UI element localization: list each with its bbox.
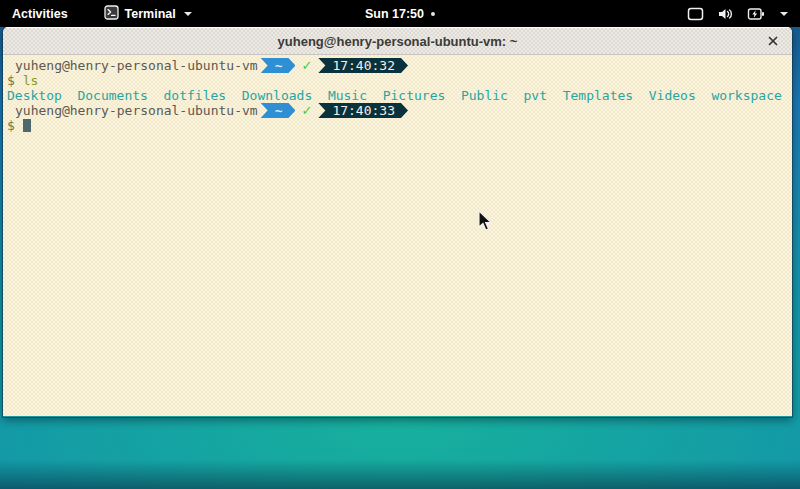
prompt-symbol: $ [7, 73, 15, 88]
prompt-cwd-segment: ~ [261, 103, 296, 118]
directory-name: Templates [563, 88, 633, 103]
app-menu-label: Terminal [125, 7, 176, 21]
app-menu-terminal[interactable]: Terminal [96, 0, 200, 27]
prompt-host: yuheng@henry-personal-ubuntu-vm [15, 58, 258, 73]
prompt-time-segment: 17:40:33 [318, 103, 408, 118]
directory-name: Videos [649, 88, 696, 103]
prompt-host: yuheng@henry-personal-ubuntu-vm [15, 103, 258, 118]
directory-name: Music [328, 88, 367, 103]
prompt-symbol: $ [7, 118, 15, 133]
battery-charging-icon [747, 7, 765, 21]
prompt-line-2: yuheng@henry-personal-ubuntu-vm ~ ✓ 17:4… [7, 103, 790, 118]
directory-name: pvt [524, 88, 547, 103]
activities-button[interactable]: Activities [0, 0, 80, 27]
window-titlebar[interactable]: yuheng@henry-personal-ubuntu-vm: ~ [3, 27, 792, 55]
directory-name: Desktop [7, 88, 62, 103]
directory-name: Downloads [242, 88, 312, 103]
prompt-time: 17:40:33 [332, 103, 395, 118]
ls-output-line: Desktop Documents dotfiles Downloads Mus… [7, 88, 790, 103]
status-check-icon: ✓ [301, 103, 312, 118]
top-bar: Activities Terminal Sun 17:50 [0, 0, 800, 27]
prompt-cwd: ~ [275, 103, 283, 118]
directory-name: workspace [711, 88, 781, 103]
directory-name: Pictures [383, 88, 446, 103]
directory-name: dotfiles [164, 88, 227, 103]
prompt-cwd-segment: ~ [261, 58, 296, 73]
command-line: $ ls [7, 73, 790, 88]
close-icon [768, 36, 778, 46]
directory-name: Public [461, 88, 508, 103]
window-title: yuheng@henry-personal-ubuntu-vm: ~ [278, 34, 518, 49]
directory-name: Documents [77, 88, 147, 103]
status-check-icon: ✓ [301, 58, 312, 73]
system-status-area[interactable] [675, 0, 800, 27]
input-line[interactable]: $ [7, 118, 790, 133]
activities-label: Activities [12, 7, 68, 21]
prompt-time-segment: 17:40:32 [318, 58, 408, 73]
volume-icon [717, 7, 734, 21]
screen-icon [687, 7, 704, 21]
chevron-down-icon [780, 12, 788, 16]
prompt-line-1: yuheng@henry-personal-ubuntu-vm ~ ✓ 17:4… [7, 58, 790, 73]
chevron-down-icon [184, 12, 192, 16]
terminal-window: yuheng@henry-personal-ubuntu-vm: ~ yuhen… [3, 27, 792, 417]
desktop: { "top_bar": { "activities_label": "Acti… [0, 0, 800, 489]
command-text: ls [23, 73, 39, 88]
text-cursor [23, 119, 31, 132]
terminal-app-icon [104, 5, 119, 23]
notification-dot [431, 12, 435, 16]
terminal-screen[interactable]: yuheng@henry-personal-ubuntu-vm ~ ✓ 17:4… [3, 55, 792, 416]
prompt-cwd: ~ [275, 58, 283, 73]
clock-label: Sun 17:50 [365, 7, 424, 21]
prompt-time: 17:40:32 [332, 58, 395, 73]
close-button[interactable] [764, 32, 782, 50]
clock-button[interactable]: Sun 17:50 [357, 0, 443, 27]
